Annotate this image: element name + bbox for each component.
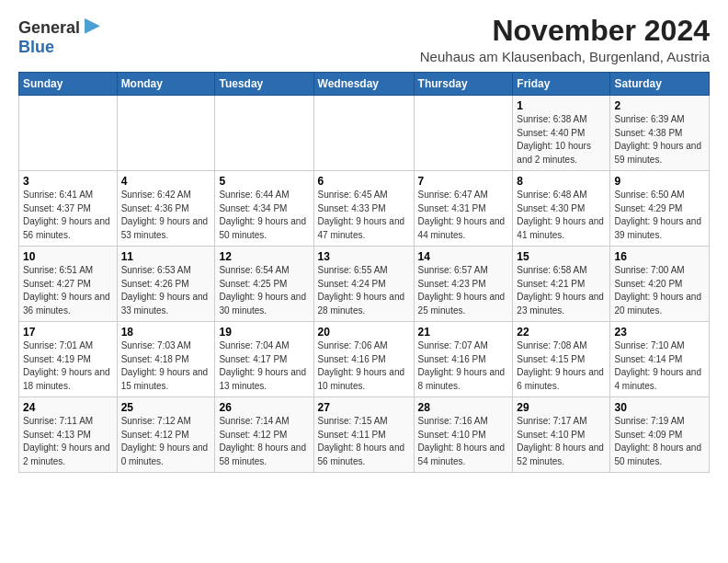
calendar-cell: 28Sunrise: 7:16 AMSunset: 4:10 PMDayligh…	[414, 397, 513, 473]
calendar-cell: 18Sunrise: 7:03 AMSunset: 4:18 PMDayligh…	[117, 322, 215, 397]
col-wednesday: Wednesday	[313, 73, 414, 96]
calendar-cell: 17Sunrise: 7:01 AMSunset: 4:19 PMDayligh…	[19, 322, 118, 397]
day-info: Sunrise: 6:38 AMSunset: 4:40 PMDaylight:…	[517, 113, 606, 167]
calendar-week-3: 17Sunrise: 7:01 AMSunset: 4:19 PMDayligh…	[19, 322, 710, 397]
day-info: Sunrise: 7:07 AMSunset: 4:16 PMDaylight:…	[418, 339, 509, 393]
calendar-cell: 25Sunrise: 7:12 AMSunset: 4:12 PMDayligh…	[117, 397, 215, 473]
calendar-cell: 12Sunrise: 6:54 AMSunset: 4:25 PMDayligh…	[215, 247, 313, 322]
day-number: 17	[23, 326, 113, 339]
day-number: 3	[23, 175, 113, 188]
day-info: Sunrise: 6:41 AMSunset: 4:37 PMDaylight:…	[23, 189, 113, 242]
title-section: November 2024 Neuhaus am Klausenbach, Bu…	[100, 15, 711, 64]
day-number: 1	[517, 99, 606, 112]
day-number: 4	[121, 175, 211, 188]
calendar-cell: 30Sunrise: 7:19 AMSunset: 4:09 PMDayligh…	[610, 397, 710, 473]
day-info: Sunrise: 6:39 AMSunset: 4:38 PMDaylight:…	[614, 113, 705, 167]
calendar-cell: 22Sunrise: 7:08 AMSunset: 4:15 PMDayligh…	[513, 322, 610, 397]
calendar-week-0: 1Sunrise: 6:38 AMSunset: 4:40 PMDaylight…	[19, 96, 710, 171]
col-saturday: Saturday	[610, 73, 710, 96]
day-number: 22	[517, 326, 606, 339]
header: General ▶ Blue November 2024 Neuhaus am …	[18, 15, 710, 64]
calendar-cell	[215, 96, 313, 171]
day-number: 20	[318, 326, 410, 339]
day-info: Sunrise: 6:50 AMSunset: 4:29 PMDaylight:…	[614, 189, 705, 242]
day-number: 9	[614, 175, 705, 188]
day-number: 27	[318, 401, 410, 414]
header-row: Sunday Monday Tuesday Wednesday Thursday…	[19, 73, 710, 96]
day-info: Sunrise: 6:45 AMSunset: 4:33 PMDaylight:…	[318, 189, 410, 242]
day-info: Sunrise: 7:04 AMSunset: 4:17 PMDaylight:…	[219, 339, 309, 393]
day-number: 25	[121, 401, 211, 414]
calendar-week-1: 3Sunrise: 6:41 AMSunset: 4:37 PMDaylight…	[19, 171, 710, 247]
day-info: Sunrise: 6:53 AMSunset: 4:26 PMDaylight:…	[121, 264, 211, 317]
day-number: 10	[23, 250, 113, 263]
day-number: 7	[418, 175, 509, 188]
calendar-cell: 29Sunrise: 7:17 AMSunset: 4:10 PMDayligh…	[513, 397, 610, 473]
calendar-cell	[19, 96, 118, 171]
day-info: Sunrise: 7:01 AMSunset: 4:19 PMDaylight:…	[23, 339, 113, 393]
day-number: 21	[418, 326, 509, 339]
calendar-cell: 2Sunrise: 6:39 AMSunset: 4:38 PMDaylight…	[610, 96, 710, 171]
day-info: Sunrise: 6:47 AMSunset: 4:31 PMDaylight:…	[418, 189, 509, 242]
day-info: Sunrise: 6:58 AMSunset: 4:21 PMDaylight:…	[517, 264, 606, 317]
location-title: Neuhaus am Klausenbach, Burgenland, Aust…	[100, 49, 711, 64]
calendar-cell: 15Sunrise: 6:58 AMSunset: 4:21 PMDayligh…	[513, 247, 610, 322]
calendar-table: Sunday Monday Tuesday Wednesday Thursday…	[18, 72, 710, 473]
calendar-cell: 24Sunrise: 7:11 AMSunset: 4:13 PMDayligh…	[19, 397, 118, 473]
calendar-cell	[117, 96, 215, 171]
calendar-cell: 4Sunrise: 6:42 AMSunset: 4:36 PMDaylight…	[117, 171, 215, 247]
calendar-cell: 1Sunrise: 6:38 AMSunset: 4:40 PMDaylight…	[513, 96, 610, 171]
day-number: 15	[517, 250, 606, 263]
day-info: Sunrise: 7:11 AMSunset: 4:13 PMDaylight:…	[23, 415, 113, 468]
day-number: 30	[614, 401, 705, 414]
day-info: Sunrise: 6:54 AMSunset: 4:25 PMDaylight:…	[219, 264, 309, 317]
col-tuesday: Tuesday	[215, 73, 313, 96]
day-number: 12	[219, 250, 309, 263]
day-info: Sunrise: 7:15 AMSunset: 4:11 PMDaylight:…	[318, 415, 410, 468]
logo-blue: Blue	[18, 39, 100, 55]
day-info: Sunrise: 7:08 AMSunset: 4:15 PMDaylight:…	[517, 339, 606, 393]
calendar-cell: 8Sunrise: 6:48 AMSunset: 4:30 PMDaylight…	[513, 171, 610, 247]
day-number: 13	[318, 250, 410, 263]
day-info: Sunrise: 7:00 AMSunset: 4:20 PMDaylight:…	[614, 264, 705, 317]
day-info: Sunrise: 6:42 AMSunset: 4:36 PMDaylight:…	[121, 189, 211, 242]
col-friday: Friday	[513, 73, 610, 96]
calendar-cell: 13Sunrise: 6:55 AMSunset: 4:24 PMDayligh…	[313, 247, 414, 322]
calendar-week-4: 24Sunrise: 7:11 AMSunset: 4:13 PMDayligh…	[19, 397, 710, 473]
day-info: Sunrise: 6:55 AMSunset: 4:24 PMDaylight:…	[318, 264, 410, 317]
logo: General ▶ Blue	[18, 15, 100, 55]
calendar-cell: 23Sunrise: 7:10 AMSunset: 4:14 PMDayligh…	[610, 322, 710, 397]
calendar-cell: 6Sunrise: 6:45 AMSunset: 4:33 PMDaylight…	[313, 171, 414, 247]
day-info: Sunrise: 7:19 AMSunset: 4:09 PMDaylight:…	[614, 415, 705, 468]
day-number: 11	[121, 250, 211, 263]
calendar-cell: 7Sunrise: 6:47 AMSunset: 4:31 PMDaylight…	[414, 171, 513, 247]
day-info: Sunrise: 6:51 AMSunset: 4:27 PMDaylight:…	[23, 264, 113, 317]
col-monday: Monday	[117, 73, 215, 96]
day-info: Sunrise: 7:17 AMSunset: 4:10 PMDaylight:…	[517, 415, 606, 468]
day-number: 19	[219, 326, 309, 339]
day-number: 6	[318, 175, 410, 188]
day-info: Sunrise: 6:48 AMSunset: 4:30 PMDaylight:…	[517, 189, 606, 242]
day-number: 28	[418, 401, 509, 414]
day-number: 24	[23, 401, 113, 414]
day-info: Sunrise: 7:06 AMSunset: 4:16 PMDaylight:…	[318, 339, 410, 393]
calendar-cell: 19Sunrise: 7:04 AMSunset: 4:17 PMDayligh…	[215, 322, 313, 397]
day-number: 2	[614, 99, 705, 112]
calendar-cell: 26Sunrise: 7:14 AMSunset: 4:12 PMDayligh…	[215, 397, 313, 473]
day-info: Sunrise: 7:14 AMSunset: 4:12 PMDaylight:…	[219, 415, 309, 468]
calendar-cell: 3Sunrise: 6:41 AMSunset: 4:37 PMDaylight…	[19, 171, 118, 247]
calendar-cell: 14Sunrise: 6:57 AMSunset: 4:23 PMDayligh…	[414, 247, 513, 322]
day-number: 23	[614, 326, 705, 339]
calendar-cell: 20Sunrise: 7:06 AMSunset: 4:16 PMDayligh…	[313, 322, 414, 397]
calendar-cell: 11Sunrise: 6:53 AMSunset: 4:26 PMDayligh…	[117, 247, 215, 322]
day-info: Sunrise: 6:57 AMSunset: 4:23 PMDaylight:…	[418, 264, 509, 317]
calendar-cell: 16Sunrise: 7:00 AMSunset: 4:20 PMDayligh…	[610, 247, 710, 322]
day-info: Sunrise: 7:12 AMSunset: 4:12 PMDaylight:…	[121, 415, 211, 468]
day-number: 18	[121, 326, 211, 339]
calendar-cell: 21Sunrise: 7:07 AMSunset: 4:16 PMDayligh…	[414, 322, 513, 397]
page: General ▶ Blue November 2024 Neuhaus am …	[0, 0, 728, 482]
day-number: 26	[219, 401, 309, 414]
calendar-cell: 27Sunrise: 7:15 AMSunset: 4:11 PMDayligh…	[313, 397, 414, 473]
day-number: 14	[418, 250, 509, 263]
day-info: Sunrise: 7:03 AMSunset: 4:18 PMDaylight:…	[121, 339, 211, 393]
